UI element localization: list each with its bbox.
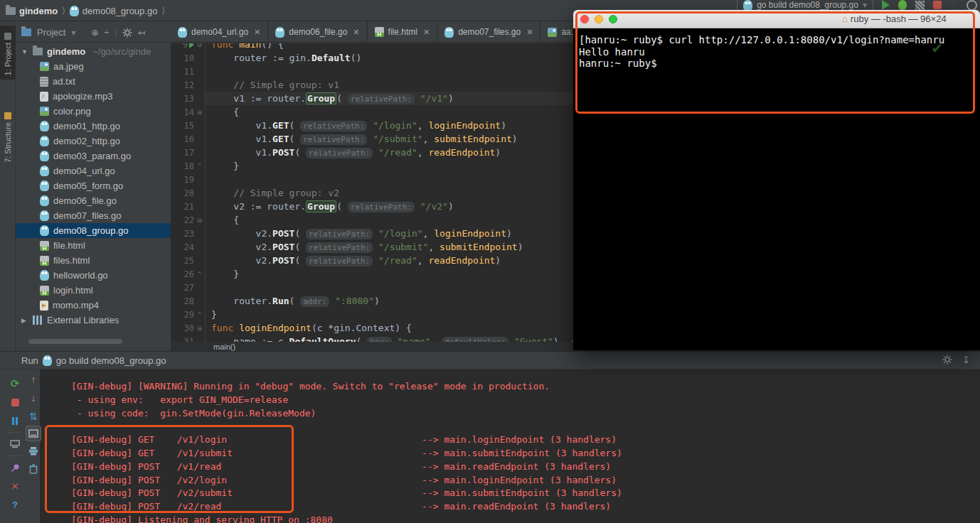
stop-button[interactable] xyxy=(933,1,942,9)
zoom-window-button[interactable] xyxy=(609,15,617,23)
gutter-row: 13 xyxy=(171,92,205,105)
collapse-all-icon[interactable]: ÷ xyxy=(105,28,110,38)
code-token: ( xyxy=(336,201,348,212)
restore-layout-button[interactable] xyxy=(6,435,24,453)
tree-item-files.html[interactable]: files.html xyxy=(16,253,171,268)
fold-icon[interactable]: ⊖ xyxy=(196,325,203,332)
coverage-button[interactable] xyxy=(915,1,925,10)
pause-output-button[interactable] xyxy=(6,411,24,430)
breadcrumb-item[interactable]: demo08_group.go xyxy=(70,6,158,16)
run-button[interactable] xyxy=(882,0,890,10)
tree-item-aa.jpeg[interactable]: aa.jpeg xyxy=(16,59,171,74)
tree-item-demo04_url.go[interactable]: demo04_url.go xyxy=(16,163,171,178)
pin-tab-button[interactable] xyxy=(6,458,24,477)
terminal-output[interactable]: [hanru:~ ruby$ curl http://127.0.0.1:808… xyxy=(579,34,944,70)
image-file-icon xyxy=(40,107,49,116)
tree-item-ad.txt[interactable]: ad.txt xyxy=(16,74,171,89)
sidebar-item-structure[interactable]: 7: Structure xyxy=(0,105,16,167)
tree-item-label: apologize.mp3 xyxy=(53,91,113,102)
tree-item-momo.mp4[interactable]: momo.mp4 xyxy=(16,298,171,313)
breadcrumb-item[interactable]: gindemo xyxy=(6,6,58,16)
search-icon[interactable] xyxy=(966,0,977,11)
sidebar-item-project[interactable]: 1: Project xyxy=(0,26,16,80)
fold-icon[interactable]: ⊖ xyxy=(196,43,203,48)
fold-icon[interactable]: ⊖ xyxy=(196,217,203,224)
run-line-icon[interactable] xyxy=(189,43,194,48)
clear-console-icon[interactable] xyxy=(24,460,43,478)
gear-icon[interactable] xyxy=(942,355,952,365)
code-token: loginEndpoint xyxy=(428,120,501,131)
tree-item-demo08_group.go[interactable]: demo08_group.go xyxy=(16,223,171,238)
tree-item-demo01_http.go[interactable]: demo01_http.go xyxy=(16,119,171,134)
tree-item-login.html[interactable]: login.html xyxy=(16,283,171,298)
down-stacktrace-button[interactable]: ↓ xyxy=(24,389,43,407)
parameter-hint: relativePath: xyxy=(306,148,373,158)
console-line: [GIN-debug] Listening and serving HTTP o… xyxy=(71,514,622,523)
tree-item-demo05_form.go[interactable]: demo05_form.go xyxy=(16,178,171,193)
code-token xyxy=(373,228,378,239)
tree-item-label: momo.mp4 xyxy=(53,300,99,311)
print-button[interactable] xyxy=(24,441,43,460)
hide-panel-icon[interactable]: ↧ xyxy=(962,355,970,365)
debug-button[interactable] xyxy=(898,0,907,10)
minimize-window-button[interactable] xyxy=(595,15,603,23)
fold-icon[interactable]: ⌃ xyxy=(196,271,203,278)
go-file-icon xyxy=(40,270,49,281)
breadcrumb[interactable]: gindemo⟩demo08_group.go⟩ xyxy=(6,0,165,21)
tree-item-demo03_param.go[interactable]: demo03_param.go xyxy=(16,149,171,163)
tree-item-label: helloworld.go xyxy=(53,270,108,281)
fold-icon[interactable]: ⊖ xyxy=(196,109,203,116)
soft-wrap-button[interactable]: ⇅ xyxy=(24,407,43,426)
tree-item-demo07_files.go[interactable]: demo07_files.go xyxy=(16,208,171,223)
tree-item-helloworld.go[interactable]: helloworld.go xyxy=(16,268,171,283)
parameter-hint: relativePath: xyxy=(348,202,415,212)
tab-demo07_files.go[interactable]: demo07_files.go✕ xyxy=(437,21,540,43)
tab-demo06_file.go[interactable]: demo06_file.go✕ xyxy=(268,21,367,43)
tab-label: demo04_url.go xyxy=(191,27,248,37)
close-tab-icon[interactable]: ✕ xyxy=(353,28,359,37)
fold-icon[interactable]: ⌃ xyxy=(196,163,203,170)
tree-item-file.html[interactable]: file.html xyxy=(16,238,171,253)
scroll-to-end-button[interactable] xyxy=(26,426,41,441)
code-token xyxy=(508,336,514,342)
tree-item-demo06_file.go[interactable]: demo06_file.go xyxy=(16,193,171,208)
tab-demo04_url.go[interactable]: demo04_url.go✕ xyxy=(171,21,268,43)
close-window-button[interactable] xyxy=(580,15,589,23)
terminal-titlebar[interactable]: ⌂ruby — -bash — 96×24 xyxy=(573,10,980,28)
close-console-button[interactable]: ✕ xyxy=(6,477,24,495)
tree-item-label: login.html xyxy=(53,285,93,296)
line-number: 20 xyxy=(180,188,194,198)
fold-icon[interactable]: ⌃ xyxy=(196,311,203,318)
code-token: ( xyxy=(356,336,368,342)
tree-external-libraries[interactable]: ▶External Libraries xyxy=(16,313,171,328)
tree-item-apologize.mp3[interactable]: apologize.mp3 xyxy=(16,89,171,104)
terminal-window[interactable]: ⌂ruby — -bash — 96×24 [hanru:~ ruby$ cur… xyxy=(573,10,980,350)
close-tab-icon[interactable]: ✕ xyxy=(254,28,260,37)
run-toolbar-secondary: ↑ ↓ ⇅ xyxy=(24,370,43,478)
close-tab-icon[interactable]: ✕ xyxy=(526,28,533,37)
home-icon: ⌂ xyxy=(842,14,848,24)
tab-file.html[interactable]: file.html✕ xyxy=(368,21,438,43)
up-stacktrace-button[interactable]: ↑ xyxy=(24,370,43,389)
tree-item-demo02_http.go[interactable]: demo02_http.go xyxy=(16,134,171,149)
chevron-down-icon[interactable]: ▾ xyxy=(71,28,75,38)
horizontal-scrollbar[interactable] xyxy=(28,339,122,344)
expand-arrow-icon[interactable]: ▼ xyxy=(21,48,28,55)
collapse-arrow-icon[interactable]: ▶ xyxy=(21,317,28,324)
hide-panel-icon[interactable]: ↤ xyxy=(138,28,145,38)
help-button[interactable]: ? xyxy=(6,495,24,514)
tree-item-label: files.html xyxy=(53,255,90,266)
tree-root-gindemo[interactable]: ▼gindemo~/go/src/ginde xyxy=(16,44,171,59)
project-panel-title[interactable]: Project xyxy=(37,27,65,38)
console-output[interactable]: [GIN-debug] [WARNING] Running in "debug"… xyxy=(71,380,622,523)
rerun-button[interactable]: ⟳ xyxy=(6,374,24,393)
html-file-icon xyxy=(40,256,49,266)
tree-item-color.png[interactable]: color.png xyxy=(16,104,171,119)
stop-process-button[interactable] xyxy=(6,393,24,411)
image-file-icon xyxy=(548,28,557,37)
gear-icon[interactable] xyxy=(122,28,132,38)
code-token: ) xyxy=(512,134,518,144)
locate-icon[interactable]: ⊕ xyxy=(92,28,99,38)
close-tab-icon[interactable]: ✕ xyxy=(423,28,430,37)
video-file-icon xyxy=(40,301,48,311)
